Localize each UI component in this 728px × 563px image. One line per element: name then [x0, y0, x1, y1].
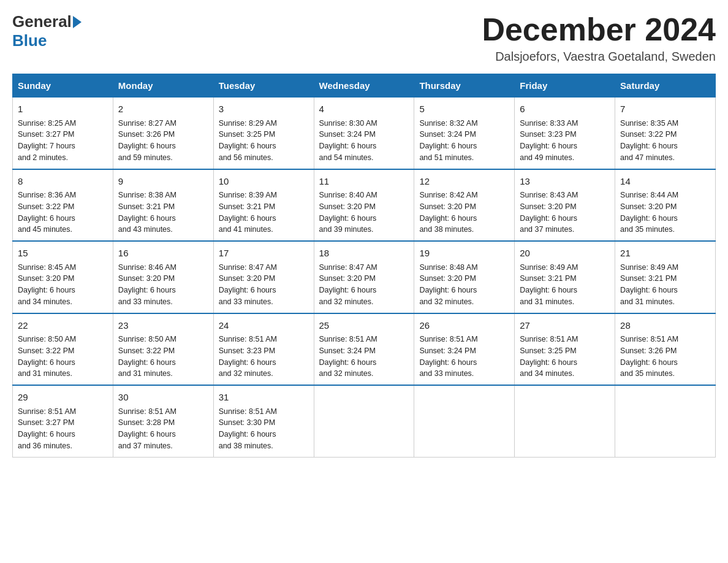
- calendar-week-row: 15Sunrise: 8:45 AMSunset: 3:20 PMDayligh…: [13, 241, 716, 313]
- day-number: 13: [520, 175, 610, 189]
- calendar-day-cell: 11Sunrise: 8:40 AMSunset: 3:20 PMDayligh…: [314, 169, 414, 242]
- day-info: Sunrise: 8:49 AMSunset: 3:21 PMDaylight:…: [620, 262, 710, 308]
- logo-general-text: General: [12, 12, 72, 31]
- calendar-table: SundayMondayTuesdayWednesdayThursdayFrid…: [12, 74, 716, 458]
- day-info: Sunrise: 8:45 AMSunset: 3:20 PMDaylight:…: [18, 262, 108, 308]
- day-number: 6: [520, 102, 610, 117]
- calendar-week-row: 22Sunrise: 8:50 AMSunset: 3:22 PMDayligh…: [13, 313, 716, 386]
- day-number: 22: [18, 319, 108, 333]
- calendar-day-cell: 4Sunrise: 8:30 AMSunset: 3:24 PMDaylight…: [314, 98, 414, 169]
- calendar-day-cell: 9Sunrise: 8:38 AMSunset: 3:21 PMDaylight…: [113, 169, 213, 242]
- calendar-day-cell: 1Sunrise: 8:25 AMSunset: 3:27 PMDaylight…: [13, 98, 113, 169]
- day-info: Sunrise: 8:40 AMSunset: 3:20 PMDaylight:…: [319, 190, 409, 236]
- calendar-day-cell: 6Sunrise: 8:33 AMSunset: 3:23 PMDaylight…: [515, 98, 615, 169]
- weekday-header-saturday: Saturday: [615, 74, 716, 98]
- calendar-day-cell: 13Sunrise: 8:43 AMSunset: 3:20 PMDayligh…: [515, 169, 615, 242]
- title-area: December 2024 Dalsjoefors, Vaestra Goeta…: [482, 12, 716, 64]
- day-info: Sunrise: 8:51 AMSunset: 3:30 PMDaylight:…: [219, 406, 309, 452]
- day-info: Sunrise: 8:30 AMSunset: 3:24 PMDaylight:…: [319, 118, 409, 164]
- day-number: 11: [319, 175, 409, 189]
- day-number: 26: [419, 319, 509, 333]
- calendar-week-row: 8Sunrise: 8:36 AMSunset: 3:22 PMDaylight…: [13, 169, 716, 242]
- day-number: 25: [319, 319, 409, 333]
- calendar-day-cell: 5Sunrise: 8:32 AMSunset: 3:24 PMDaylight…: [414, 98, 515, 169]
- logo: General Blue: [12, 12, 83, 50]
- day-info: Sunrise: 8:51 AMSunset: 3:24 PMDaylight:…: [419, 334, 509, 380]
- calendar-week-row: 1Sunrise: 8:25 AMSunset: 3:27 PMDaylight…: [13, 98, 716, 169]
- weekday-header-tuesday: Tuesday: [213, 74, 314, 98]
- subtitle: Dalsjoefors, Vaestra Goetaland, Sweden: [482, 50, 716, 64]
- day-info: Sunrise: 8:51 AMSunset: 3:25 PMDaylight:…: [520, 334, 610, 380]
- day-number: 2: [118, 102, 208, 117]
- day-number: 7: [620, 102, 710, 117]
- day-number: 18: [319, 247, 409, 261]
- calendar-day-cell: 27Sunrise: 8:51 AMSunset: 3:25 PMDayligh…: [515, 313, 615, 386]
- calendar-day-cell: [515, 385, 615, 457]
- day-number: 17: [219, 247, 309, 261]
- weekday-header-sunday: Sunday: [13, 74, 113, 98]
- calendar-day-cell: 24Sunrise: 8:51 AMSunset: 3:23 PMDayligh…: [213, 313, 314, 386]
- calendar-day-cell: 8Sunrise: 8:36 AMSunset: 3:22 PMDaylight…: [13, 169, 113, 242]
- weekday-header-friday: Friday: [515, 74, 615, 98]
- day-info: Sunrise: 8:50 AMSunset: 3:22 PMDaylight:…: [18, 334, 108, 380]
- day-number: 8: [18, 175, 108, 189]
- day-number: 19: [419, 247, 509, 261]
- day-info: Sunrise: 8:49 AMSunset: 3:21 PMDaylight:…: [520, 262, 610, 308]
- day-info: Sunrise: 8:51 AMSunset: 3:23 PMDaylight:…: [219, 334, 309, 380]
- day-number: 16: [118, 247, 208, 261]
- day-number: 30: [118, 391, 208, 405]
- day-number: 27: [520, 319, 610, 333]
- calendar-day-cell: 16Sunrise: 8:46 AMSunset: 3:20 PMDayligh…: [113, 241, 213, 313]
- calendar-day-cell: [615, 385, 716, 457]
- calendar-day-cell: 31Sunrise: 8:51 AMSunset: 3:30 PMDayligh…: [213, 385, 314, 457]
- weekday-header-monday: Monday: [113, 74, 213, 98]
- day-info: Sunrise: 8:47 AMSunset: 3:20 PMDaylight:…: [319, 262, 409, 308]
- day-info: Sunrise: 8:27 AMSunset: 3:26 PMDaylight:…: [118, 118, 208, 164]
- day-info: Sunrise: 8:43 AMSunset: 3:20 PMDaylight:…: [520, 190, 610, 236]
- day-info: Sunrise: 8:51 AMSunset: 3:28 PMDaylight:…: [118, 406, 208, 452]
- day-number: 10: [219, 175, 309, 189]
- calendar-day-cell: 2Sunrise: 8:27 AMSunset: 3:26 PMDaylight…: [113, 98, 213, 169]
- day-number: 23: [118, 319, 208, 333]
- day-info: Sunrise: 8:25 AMSunset: 3:27 PMDaylight:…: [18, 118, 108, 164]
- calendar-day-cell: 25Sunrise: 8:51 AMSunset: 3:24 PMDayligh…: [314, 313, 414, 386]
- calendar-day-cell: 30Sunrise: 8:51 AMSunset: 3:28 PMDayligh…: [113, 385, 213, 457]
- calendar-day-cell: 18Sunrise: 8:47 AMSunset: 3:20 PMDayligh…: [314, 241, 414, 313]
- logo-blue-text: Blue: [12, 31, 47, 50]
- calendar-day-cell: 21Sunrise: 8:49 AMSunset: 3:21 PMDayligh…: [615, 241, 716, 313]
- calendar-day-cell: 10Sunrise: 8:39 AMSunset: 3:21 PMDayligh…: [213, 169, 314, 242]
- day-info: Sunrise: 8:36 AMSunset: 3:22 PMDaylight:…: [18, 190, 108, 236]
- day-info: Sunrise: 8:38 AMSunset: 3:21 PMDaylight:…: [118, 190, 208, 236]
- calendar-day-cell: 20Sunrise: 8:49 AMSunset: 3:21 PMDayligh…: [515, 241, 615, 313]
- weekday-header-thursday: Thursday: [414, 74, 515, 98]
- calendar-day-cell: 22Sunrise: 8:50 AMSunset: 3:22 PMDayligh…: [13, 313, 113, 386]
- weekday-header-wednesday: Wednesday: [314, 74, 414, 98]
- day-number: 5: [419, 102, 509, 117]
- calendar-day-cell: 7Sunrise: 8:35 AMSunset: 3:22 PMDaylight…: [615, 98, 716, 169]
- day-number: 15: [18, 247, 108, 261]
- logo-triangle-icon: [73, 16, 82, 28]
- day-number: 12: [419, 175, 509, 189]
- calendar-day-cell: [414, 385, 515, 457]
- day-number: 21: [620, 247, 710, 261]
- calendar-day-cell: 14Sunrise: 8:44 AMSunset: 3:20 PMDayligh…: [615, 169, 716, 242]
- day-info: Sunrise: 8:32 AMSunset: 3:24 PMDaylight:…: [419, 118, 509, 164]
- page-title: December 2024: [482, 12, 716, 47]
- calendar-day-cell: 26Sunrise: 8:51 AMSunset: 3:24 PMDayligh…: [414, 313, 515, 386]
- day-number: 29: [18, 391, 108, 405]
- day-number: 4: [319, 102, 409, 117]
- day-info: Sunrise: 8:51 AMSunset: 3:24 PMDaylight:…: [319, 334, 409, 380]
- day-number: 14: [620, 175, 710, 189]
- day-info: Sunrise: 8:51 AMSunset: 3:27 PMDaylight:…: [18, 406, 108, 452]
- day-info: Sunrise: 8:35 AMSunset: 3:22 PMDaylight:…: [620, 118, 710, 164]
- calendar-day-cell: 12Sunrise: 8:42 AMSunset: 3:20 PMDayligh…: [414, 169, 515, 242]
- day-number: 28: [620, 319, 710, 333]
- day-info: Sunrise: 8:42 AMSunset: 3:20 PMDaylight:…: [419, 190, 509, 236]
- calendar-day-cell: 28Sunrise: 8:51 AMSunset: 3:26 PMDayligh…: [615, 313, 716, 386]
- day-info: Sunrise: 8:48 AMSunset: 3:20 PMDaylight:…: [419, 262, 509, 308]
- calendar-day-cell: 23Sunrise: 8:50 AMSunset: 3:22 PMDayligh…: [113, 313, 213, 386]
- calendar-day-cell: 17Sunrise: 8:47 AMSunset: 3:20 PMDayligh…: [213, 241, 314, 313]
- calendar-day-cell: 3Sunrise: 8:29 AMSunset: 3:25 PMDaylight…: [213, 98, 314, 169]
- weekday-header-row: SundayMondayTuesdayWednesdayThursdayFrid…: [13, 74, 716, 98]
- calendar-week-row: 29Sunrise: 8:51 AMSunset: 3:27 PMDayligh…: [13, 385, 716, 457]
